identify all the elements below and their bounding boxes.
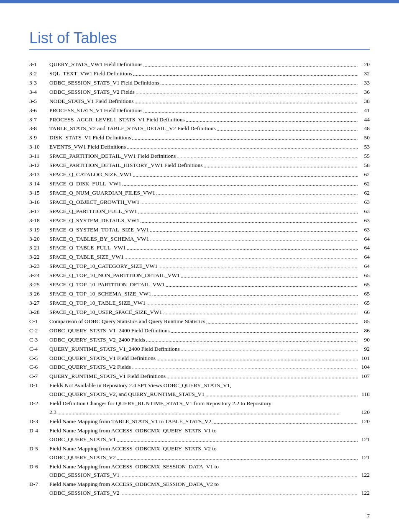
toc-label: ODBC_SESSION_STATS_V1 Field Definitions xyxy=(49,79,159,87)
toc-leader: ........................................… xyxy=(116,454,358,463)
toc-leader: ........................................… xyxy=(180,345,358,354)
page-title: List of Tables xyxy=(29,29,370,50)
toc-page: 121 xyxy=(358,453,370,462)
list-item: 3-20 SPACE_Q_TABLES_BY_SCHEMA_VW1 ......… xyxy=(29,235,370,244)
toc-leader: ........................................… xyxy=(126,143,358,152)
toc-page: 44 xyxy=(358,116,370,124)
list-item: 3-4 ODBC_SESSION_STATS_V2 Fields .......… xyxy=(29,88,370,97)
toc-page: 90 xyxy=(358,336,370,344)
toc-number: C-3 xyxy=(29,336,49,344)
toc-leader: ........................................… xyxy=(158,262,358,271)
toc-label: ODBC_QUERY_STATS_V1_2400 Field Definitio… xyxy=(49,326,170,335)
toc-leader: ........................................… xyxy=(155,189,358,198)
toc-label: SPACE_Q_NUM_GUARDIAN_FILES_VW1 xyxy=(49,189,155,198)
toc-number: 3-22 xyxy=(29,253,49,262)
list-item: C-3 ODBC_QUERY_STATS_V2_2400 Fields ....… xyxy=(29,336,370,344)
toc-label: PROCESS_STATS_V1 Field Definitions xyxy=(49,106,142,115)
toc-label-line2: 2.3 xyxy=(49,408,56,417)
toc-label: SPACE_Q_OBJECT_GROWTH_VW1 xyxy=(49,198,140,207)
toc-leader: ........................................… xyxy=(120,489,358,498)
toc-page: 63 xyxy=(358,207,370,216)
toc-leader: ........................................… xyxy=(211,418,358,427)
list-item: 3-19 SPACE_Q_SYSTEM_TOTAL_SIZE_VW1 .....… xyxy=(29,226,370,234)
list-item: C-1 Comparison of ODBC Query Statistics … xyxy=(29,317,370,326)
toc-number: 3-10 xyxy=(29,143,49,152)
list-item: D-6 Field Name Mapping from ACCESS_ODBCM… xyxy=(29,463,370,480)
toc-number: 3-14 xyxy=(29,180,49,188)
toc-label: SPACE_Q_TOP_10_TABLE_SIZE_VW1 xyxy=(49,299,146,308)
toc-leader: ........................................… xyxy=(121,180,358,189)
list-item: 3-7 PROCESS_AGGR_LEVEL1_STATS_V1 Field D… xyxy=(29,116,370,124)
toc-label-line1: Field Name Mapping from ACCESS_ODBCMX_SE… xyxy=(49,463,370,471)
toc-leader: ........................................… xyxy=(132,171,358,180)
toc-page: 55 xyxy=(358,152,370,161)
list-item: 3-14 SPACE_Q_DISK_FULL_VW1 .............… xyxy=(29,180,370,188)
toc-container: 3-1 QUERY_STATS_VW1 Field Definitions ..… xyxy=(29,60,370,498)
toc-number: D-5 xyxy=(29,445,49,453)
list-item: C-5 ODBC_QUERY_STATS_V1 Field Definition… xyxy=(29,354,370,363)
toc-leader: ........................................… xyxy=(185,116,358,125)
toc-label: SPACE_PARTITION_DETAIL_HISTORY_VW1 Field… xyxy=(49,161,203,170)
toc-page: 48 xyxy=(358,124,370,133)
toc-label: SPACE_Q_TABLES_BY_SCHEMA_VW1 xyxy=(49,235,149,244)
toc-number: 3-16 xyxy=(29,198,49,207)
toc-number: 3-23 xyxy=(29,262,49,271)
toc-leader: ........................................… xyxy=(180,272,358,280)
toc-leader: ........................................… xyxy=(132,70,358,79)
toc-label-line1: Field Name Mapping from ACCESS_ODBCMX_SE… xyxy=(49,480,370,489)
toc-leader: ........................................… xyxy=(116,436,358,445)
toc-label-line2: ODBC_QUERY_STATS_V2 xyxy=(49,453,116,462)
toc-page: 66 xyxy=(358,308,370,317)
toc-page: 58 xyxy=(358,161,370,170)
toc-label: SPACE_Q_PARTITION_FULL_VW1 xyxy=(49,207,137,216)
toc-label: PROCESS_AGGR_LEVEL1_STATS_V1 Field Defin… xyxy=(49,116,185,124)
toc-page: 64 xyxy=(358,262,370,271)
list-item: D-5 Field Name Mapping from ACCESS_ODBCM… xyxy=(29,445,370,462)
list-item: 3-9 DISK_STATS_V1 Field Definitions ....… xyxy=(29,134,370,142)
top-border xyxy=(0,0,399,3)
toc-page: 50 xyxy=(358,134,370,142)
list-item: 3-1 QUERY_STATS_VW1 Field Definitions ..… xyxy=(29,60,370,69)
toc-page: 120 xyxy=(358,417,370,426)
toc-page: 65 xyxy=(358,299,370,308)
toc-leader: ........................................… xyxy=(145,336,358,345)
toc-label-line2: ODBC_QUERY_STATS_V2, and QUERY_RUNTIME_S… xyxy=(49,390,205,399)
toc-page: 63 xyxy=(358,198,370,207)
toc-page: 85 xyxy=(358,317,370,326)
toc-leader: ........................................… xyxy=(156,355,358,363)
toc-number: 3-26 xyxy=(29,290,49,298)
toc-number: C-1 xyxy=(29,317,49,326)
toc-label-line2: ODBC_QUERY_STATS_V1 xyxy=(49,435,116,444)
page-number: 7 xyxy=(367,513,370,519)
toc-leader: ........................................… xyxy=(205,318,358,326)
toc-number: 3-12 xyxy=(29,161,49,170)
toc-leader: ........................................… xyxy=(131,134,358,143)
toc-leader: ........................................… xyxy=(159,79,358,88)
toc-leader: ........................................… xyxy=(165,281,358,290)
toc-leader: ........................................… xyxy=(166,373,358,381)
toc-page: 64 xyxy=(358,235,370,244)
toc-leader: ........................................… xyxy=(162,308,358,317)
toc-label: NODE_STATS_V1 Field Definitions xyxy=(49,97,133,106)
toc-number: 3-28 xyxy=(29,308,49,317)
toc-label: ODBC_SESSION_STATS_V2 Fields xyxy=(49,88,135,97)
toc-leader: ........................................… xyxy=(56,409,358,417)
toc-label: SPACE_PARTITION_DETAIL_VW1 Field Definit… xyxy=(49,152,176,161)
toc-number: D-1 xyxy=(29,381,49,390)
toc-label: SPACE_Q_TOP_10_SCHEMA_SIZE_VW1 xyxy=(49,290,151,298)
toc-page: 122 xyxy=(358,471,370,480)
toc-page: 32 xyxy=(358,69,370,78)
toc-label: Comparison of ODBC Query Statistics and … xyxy=(49,317,205,326)
toc-number: 3-5 xyxy=(29,97,49,106)
toc-number: 3-19 xyxy=(29,226,49,234)
list-item: D-2 Field Definition Changes for QUERY_R… xyxy=(29,399,370,417)
toc-label: ODBC_QUERY_STATS_V1 Field Definitions xyxy=(49,354,156,363)
toc-page: 63 xyxy=(358,226,370,234)
toc-number: 3-27 xyxy=(29,299,49,308)
toc-page: 64 xyxy=(358,253,370,262)
toc-number: D-6 xyxy=(29,463,49,471)
toc-number: C-5 xyxy=(29,354,49,363)
list-item: D-7 Field Name Mapping from ACCESS_ODBCM… xyxy=(29,480,370,498)
list-item: 3-18 SPACE_Q_SYSTEM_DETAILS_VW1 ........… xyxy=(29,216,370,225)
toc-leader: ........................................… xyxy=(120,471,358,480)
